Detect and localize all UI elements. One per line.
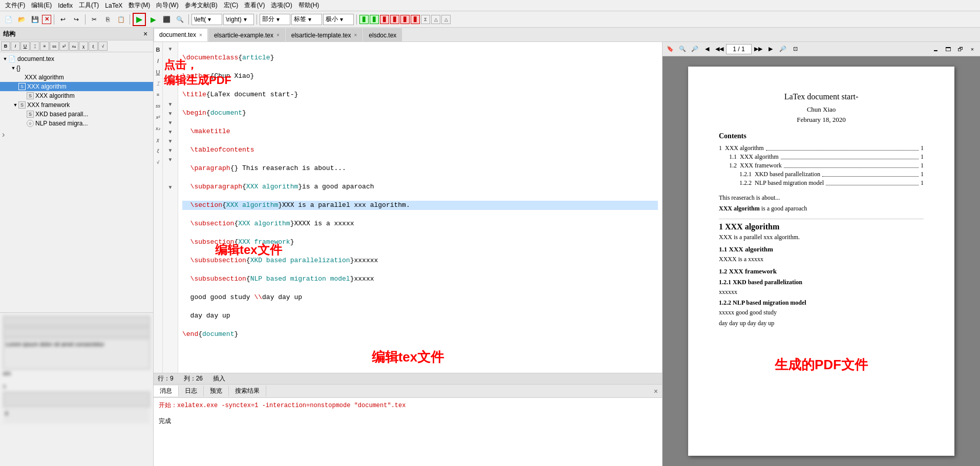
tree-item-xkd[interactable]: S XKD based parall...: [0, 110, 153, 119]
format-xi[interactable]: ξ: [154, 145, 162, 157]
pdf-zoom-in-btn[interactable]: 🔎: [777, 44, 789, 55]
math-btn-6[interactable]: ▊: [411, 15, 420, 24]
menu-edit[interactable]: 编辑(E): [28, 0, 55, 11]
part-dropdown[interactable]: 部分 ▾: [260, 14, 290, 25]
pdf-page-input[interactable]: [726, 44, 752, 54]
format-italic[interactable]: I: [154, 55, 162, 67]
format-sub[interactable]: x₂: [154, 123, 162, 134]
menu-wizard[interactable]: 向导(W): [153, 0, 181, 11]
cut-button[interactable]: ✂: [88, 13, 100, 26]
gutter-fold-10[interactable]: ▼: [163, 127, 178, 136]
tree-item-root[interactable]: ▼ 📄 document.tex: [0, 54, 153, 63]
gutter-fold-9[interactable]: ▼: [163, 118, 178, 127]
right-paren-dropdown[interactable]: \right) ▾: [223, 14, 254, 25]
format-sup[interactable]: x²: [154, 112, 162, 123]
sidebar-expand-arrow[interactable]: ›: [2, 130, 5, 139]
pdf-next2-btn[interactable]: ▶▶: [753, 44, 764, 55]
sidebar-btn-10[interactable]: ξ: [89, 41, 98, 51]
menu-math[interactable]: 数学(M): [125, 0, 153, 11]
sidebar-btn-5[interactable]: ≡: [40, 41, 49, 51]
pdf-prev-btn[interactable]: ◀: [701, 44, 713, 55]
new-button[interactable]: 📄: [2, 13, 14, 26]
sidebar-btn-4[interactable]: ⌶: [30, 41, 39, 51]
tab-elsarticle-template[interactable]: elsarticle-template.tex ×: [286, 28, 363, 41]
paste-button[interactable]: 📋: [115, 13, 127, 26]
sidebar-btn-3[interactable]: U: [20, 41, 30, 51]
tab-elsarticle-example-close[interactable]: ×: [276, 32, 280, 38]
redo-button[interactable]: ↪: [70, 13, 82, 26]
gutter-fold-1[interactable]: ▼: [163, 44, 178, 53]
log-tab-search[interactable]: 搜索结果: [229, 386, 266, 396]
pdf-search-btn[interactable]: 🔍: [677, 44, 688, 55]
expand-brace[interactable]: ▼: [10, 66, 16, 71]
sidebar-btn-9[interactable]: χ: [79, 41, 88, 51]
expand-xxx-framework[interactable]: ▼: [12, 102, 18, 108]
format-sqrt[interactable]: √: [154, 157, 162, 168]
gutter-fold-16[interactable]: ▼: [163, 182, 178, 192]
pdf-next-btn[interactable]: ▶: [765, 44, 776, 55]
copy-button[interactable]: ⎘: [101, 13, 114, 26]
menu-help[interactable]: 帮助(H): [295, 0, 323, 11]
tab-elsdoc[interactable]: elsdoc.tex: [363, 28, 402, 41]
pdf-prev2-btn[interactable]: ◀◀: [714, 44, 725, 55]
menu-idefix[interactable]: Idefix: [55, 1, 76, 10]
tab-elsarticle-template-close[interactable]: ×: [354, 32, 357, 38]
run-bibtex-button[interactable]: ▶: [147, 13, 159, 26]
math-btn-5[interactable]: ▊: [400, 15, 410, 24]
menu-tools[interactable]: 工具(T): [76, 0, 102, 11]
sidebar-close-button[interactable]: ×: [141, 29, 150, 38]
small-dropdown[interactable]: 极小 ▾: [323, 14, 354, 25]
gutter-fold-4[interactable]: ▼: [163, 72, 178, 81]
menu-view[interactable]: 查看(V): [241, 0, 268, 11]
sidebar-btn-11[interactable]: √: [98, 41, 108, 51]
run-button[interactable]: ▶: [133, 13, 146, 26]
tree-item-xxx-algo-2[interactable]: S XXX algorithm: [0, 91, 153, 100]
log-close-button[interactable]: ×: [650, 386, 662, 396]
pdf-window-btn-3[interactable]: 🗗: [954, 44, 966, 55]
format-ss[interactable]: ss: [154, 100, 162, 112]
tree-item-nlp[interactable]: ○ NLP based migra...: [0, 119, 153, 128]
pdf-fit-btn[interactable]: ⊡: [790, 44, 801, 55]
log-tab-preview[interactable]: 预览: [204, 386, 229, 396]
tree-item-brace[interactable]: ▼ {}: [0, 63, 153, 73]
math-btn-4[interactable]: ▊: [390, 15, 399, 24]
open-button[interactable]: 📂: [15, 13, 28, 26]
menu-file[interactable]: 文件(F): [2, 0, 28, 11]
sidebar-btn-1[interactable]: B: [1, 41, 10, 51]
expand-root[interactable]: ▼: [2, 56, 8, 61]
format-bold[interactable]: B: [154, 44, 162, 55]
gutter-fold-7[interactable]: ▼: [163, 99, 178, 109]
format-env[interactable]: ⌶: [154, 78, 162, 89]
view-pdf-button[interactable]: 🔍: [174, 13, 186, 26]
tab-document-close[interactable]: ×: [199, 32, 202, 38]
label-dropdown[interactable]: 标签 ▾: [291, 14, 322, 25]
pdf-window-btn-1[interactable]: 🗕: [930, 44, 941, 55]
pdf-zoom-out-btn[interactable]: 🔎: [689, 44, 700, 55]
tree-item-xxx-framework[interactable]: ▼ S XXX framework: [0, 100, 153, 110]
menu-macro[interactable]: 宏(C): [221, 0, 242, 11]
pdf-window-btn-2[interactable]: 🗖: [942, 44, 953, 55]
gutter-fold-12[interactable]: ▼: [163, 145, 178, 155]
log-tab-message[interactable]: 消息: [154, 386, 179, 396]
gutter-fold-13[interactable]: ▼: [163, 155, 178, 164]
close-file-button[interactable]: ✕: [42, 15, 51, 24]
sidebar-btn-8[interactable]: x₂: [69, 41, 78, 51]
math-btn-1[interactable]: ▊: [359, 15, 369, 24]
format-chi[interactable]: χ: [154, 134, 162, 145]
sidebar-btn-7[interactable]: x²: [59, 41, 69, 51]
save-button[interactable]: 💾: [29, 13, 41, 26]
sidebar-btn-2[interactable]: I: [11, 41, 20, 51]
tree-item-xxx-algo-1[interactable]: XXX algorithm: [0, 73, 153, 82]
math-btn-2[interactable]: ▊: [370, 15, 379, 24]
menu-latex[interactable]: LaTeX: [102, 1, 125, 10]
undo-button[interactable]: ↩: [57, 13, 69, 26]
math-btn-7[interactable]: Σ: [421, 15, 430, 24]
pdf-bookmark-btn[interactable]: 🔖: [665, 44, 676, 55]
pdf-window-close-btn[interactable]: ×: [967, 44, 978, 55]
log-tab-log[interactable]: 日志: [179, 386, 204, 396]
tree-item-xxx-algo-s[interactable]: S XXX algorithm: [0, 82, 153, 91]
gutter-fold-11[interactable]: ▼: [163, 136, 178, 145]
stop-button[interactable]: ⬛: [160, 13, 173, 26]
menu-references[interactable]: 参考文献(B): [182, 0, 221, 11]
format-underline[interactable]: U: [154, 67, 162, 78]
